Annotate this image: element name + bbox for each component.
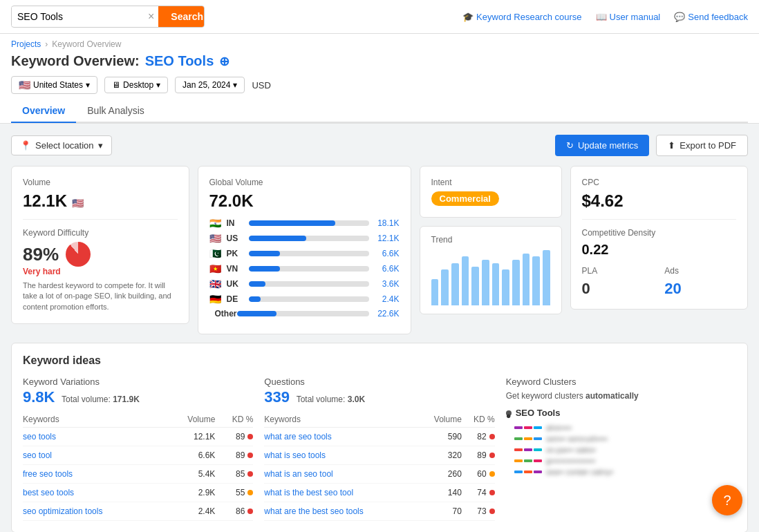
table-row: free seo tools 5.4K 85 [23, 465, 253, 484]
page-title-prefix: Keyword Overview: [11, 53, 140, 69]
variations-count: 9.8K [23, 388, 55, 406]
kd-donut-chart [66, 242, 91, 267]
date-label: Jan 25, 2024 [182, 80, 230, 90]
kd-dot [247, 509, 253, 514]
q-col-kd: KD % [462, 412, 495, 428]
location-select[interactable]: 📍 Select location ▾ [11, 135, 112, 155]
table-row: seo optimization tools 2.4K 86 [23, 502, 253, 521]
breadcrumb-projects[interactable]: Projects [11, 39, 41, 49]
variation-volume: 5.4K [166, 465, 216, 484]
country-label: United States [33, 80, 83, 90]
country-flag-UK: 🇬🇧 [209, 278, 221, 289]
table-row: what is seo tools 320 89 [264, 446, 494, 465]
country-val-UK: 3.6K [375, 279, 400, 289]
breadcrumb: Projects › Keyword Overview [11, 39, 748, 49]
keyword-research-course-link[interactable]: 🎓 Keyword Research course [462, 12, 581, 22]
cluster-bar [514, 426, 523, 429]
country-flag-US: 🇺🇸 [209, 233, 221, 244]
kd-dot [247, 453, 253, 458]
country-val-DE: 2.4K [375, 294, 400, 304]
cluster-bar [534, 426, 542, 429]
bar-fill-PK [249, 251, 280, 256]
table-row: what is the best seo tool 140 74 [264, 484, 494, 502]
export-pdf-button[interactable]: ⬆ Export to PDF [656, 135, 748, 156]
country-code-IN: IN [227, 218, 243, 228]
bar-bg-US [249, 236, 369, 241]
volume-value: 12.1K 🇺🇸 [23, 191, 178, 211]
cluster-bar [514, 437, 523, 440]
country-code-UK: UK [227, 279, 243, 289]
variation-kw-link[interactable]: seo tool [23, 450, 52, 460]
country-flag: 🇺🇸 [19, 79, 30, 91]
add-keyword-icon[interactable]: ⊕ [219, 54, 229, 69]
question-kw-link[interactable]: what is the best seo tool [264, 488, 353, 497]
graduation-icon: 🎓 [462, 12, 474, 22]
variation-volume: 2.9K [166, 484, 216, 502]
cluster-bar [534, 459, 542, 462]
cpc-card: CPC $4.62 Competitive Density 0.22 PLA 0… [570, 166, 749, 310]
questions-col: Questions 339 Total volume: 3.0K Keyword… [264, 377, 494, 521]
trend-bar [451, 263, 459, 305]
variations-total: Total volume: 171.9K [62, 395, 140, 404]
breadcrumb-current: Keyword Overview [52, 39, 121, 49]
intent-card: Intent Commercial [420, 166, 562, 218]
variation-kd: 86 [215, 502, 253, 521]
question-kd: 73 [462, 502, 495, 521]
country-row: 🇬🇧 UK 3.6K [209, 278, 400, 289]
question-kw-link[interactable]: what are seo tools [264, 432, 331, 441]
tab-bulk-analysis[interactable]: Bulk Analysis [76, 99, 155, 123]
update-metrics-button[interactable]: ↻ Update metrics [555, 135, 649, 156]
search-clear-button[interactable]: × [144, 10, 158, 23]
variation-volume: 2.4K [166, 502, 216, 521]
question-volume: 320 [419, 446, 462, 465]
search-button[interactable]: Search [158, 6, 205, 27]
keyword-ideas-title: Keyword ideas [23, 354, 736, 367]
question-volume: 260 [419, 465, 462, 484]
pla-label: PLA [582, 266, 654, 276]
user-manual-link[interactable]: 📖 User manual [596, 12, 661, 22]
device-filter[interactable]: 🖥 Desktop ▾ [104, 77, 168, 93]
variation-kw-link[interactable]: seo optimization tools [23, 506, 102, 516]
trend-bar [492, 263, 500, 305]
cluster-bar [524, 437, 532, 440]
variation-kw-link[interactable]: seo tools [23, 432, 56, 441]
cluster-sub-row: sea•• contai• calmy• [514, 468, 736, 476]
cluster-color-bars [514, 448, 542, 451]
cluster-sub-label: sea•• contai• calmy• [546, 468, 613, 476]
country-flag-IN: 🇮🇳 [209, 218, 221, 229]
kd-dot [489, 434, 495, 439]
cluster-sub-row: g••••••••••••••••• [514, 457, 736, 465]
cluster-bar [534, 448, 542, 451]
variations-header: Keyword Variations 9.8K Total volume: 17… [23, 377, 253, 406]
trend-bar [471, 267, 479, 305]
device-label: Desktop [123, 80, 153, 90]
country-val-IN: 18.1K [375, 218, 400, 228]
variation-kw-link[interactable]: free seo tools [23, 469, 73, 479]
kd-dot [489, 509, 495, 514]
search-wrapper: × Search [11, 6, 205, 28]
question-kw-link[interactable]: what are the best seo tools [264, 506, 363, 516]
country-flag-VN: 🇻🇳 [209, 263, 221, 274]
trend-bar [431, 279, 439, 305]
country-filter[interactable]: 🇺🇸 United States ▾ [11, 76, 97, 94]
question-kd: 82 [462, 428, 495, 446]
cpc-label: CPC [582, 178, 737, 187]
questions-table: Keywords Volume KD % what are seo tools … [264, 412, 494, 521]
variation-volume: 6.6K [166, 446, 216, 465]
variation-kw-link[interactable]: best seo tools [23, 488, 74, 497]
bar-bg-DE [249, 296, 369, 302]
help-button[interactable]: ? [712, 485, 742, 515]
question-kw-link[interactable]: what is seo tools [264, 450, 326, 460]
kd-label: Keyword Difficulty [23, 228, 178, 238]
question-kw-link[interactable]: what is an seo tool [264, 469, 332, 479]
date-filter[interactable]: Jan 25, 2024 ▾ [175, 77, 245, 93]
tab-overview[interactable]: Overview [11, 99, 76, 123]
search-input[interactable] [12, 7, 144, 26]
send-feedback-link[interactable]: 💬 Send feedback [674, 12, 748, 22]
country-row: Other 22.6K [209, 309, 400, 319]
volume-label: Volume [23, 178, 178, 187]
top-bar: × Search 🎓 Keyword Research course 📖 Use… [0, 0, 759, 34]
cluster-bar [514, 448, 523, 451]
cpc-value: $4.62 [582, 191, 737, 211]
cluster-bar [524, 448, 532, 451]
